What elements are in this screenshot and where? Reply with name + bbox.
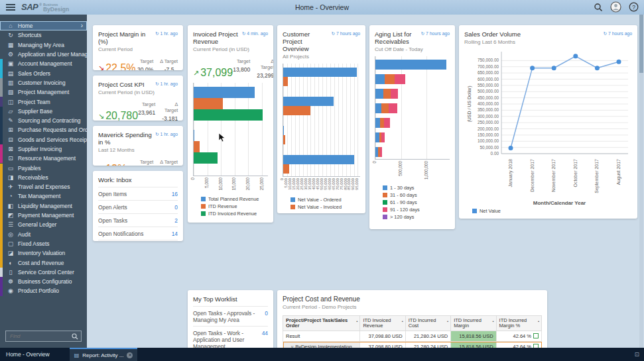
refresh-indicator[interactable]: ↻ 7 hours ago	[332, 31, 361, 36]
help-icon[interactable]: ?	[629, 2, 639, 12]
scrollbar-thumb[interactable]	[639, 15, 643, 73]
sidebar-item-purchase-requests-and-orders[interactable]: ⊞Purchase Requests and Orders	[0, 125, 87, 134]
sidebar-item-liquidity-management[interactable]: ◧Liquidity Management	[0, 201, 87, 211]
bar-segment[interactable]	[389, 103, 398, 113]
inbox-row[interactable]: Open Notifications14	[98, 227, 178, 240]
column-menu-icon[interactable]: •	[538, 319, 539, 324]
search-icon[interactable]	[594, 3, 603, 12]
column-menu-icon[interactable]: •	[447, 319, 448, 324]
find-magnifier-icon[interactable]	[72, 333, 78, 340]
bar-segment[interactable]	[380, 147, 382, 157]
refresh-indicator[interactable]: ↻ 1 hr. ago	[155, 31, 178, 36]
refresh-indicator[interactable]: ↻ 4 min. ago	[242, 31, 268, 36]
table-row[interactable]: ∨ByDesign Implementation37,098.80 USD21,…	[283, 342, 542, 348]
bar-segment[interactable]	[395, 74, 405, 84]
kpi-tile-project-cost[interactable]: Project Cost KPI↻ 1 hr. agoCurrent Perio…	[93, 76, 183, 121]
bar-segment[interactable]	[384, 118, 391, 128]
refresh-indicator[interactable]: ↻ 7 hours ago	[604, 31, 633, 36]
bar[interactable]	[194, 152, 218, 164]
bar[interactable]	[194, 109, 263, 121]
refresh-indicator[interactable]: ↻ 1 hr. ago	[155, 81, 178, 87]
sidebar-item-fixed-assets[interactable]: ▢Fixed Assets	[0, 239, 87, 248]
bar[interactable]	[283, 135, 285, 144]
cell-project-name[interactable]: ∨ByDesign Implementation	[283, 342, 360, 348]
inbox-row[interactable]: Open Tasks2	[98, 213, 178, 227]
list-item-count[interactable]: 0	[265, 310, 268, 317]
bar-segment[interactable]	[385, 74, 395, 84]
bar-segment[interactable]	[375, 103, 381, 113]
column-header-itd-invoiced-revenue[interactable]: ITD Invoiced Revenue•	[360, 316, 405, 331]
sidebar-item-receivables[interactable]: ◨Receivables	[0, 173, 87, 182]
inbox-row[interactable]: Open Alerts0	[98, 200, 178, 213]
sidebar-item-account-management[interactable]: ▣Account Management	[0, 59, 87, 68]
list-item-count[interactable]: 16	[172, 191, 178, 197]
bar[interactable]	[194, 141, 200, 152]
bar[interactable]	[283, 155, 354, 164]
sidebar-item-service-control-center[interactable]: ▯Service Control Center	[0, 268, 87, 277]
bar[interactable]	[283, 77, 288, 86]
list-item-count[interactable]: 0	[174, 204, 178, 211]
column-menu-icon[interactable]: •	[356, 319, 357, 324]
bar-segment[interactable]	[375, 89, 383, 99]
sidebar-item-audit[interactable]: ◎Audit	[0, 230, 87, 239]
worklist-row[interactable]: Open Tasks - Approvals - Managing My Are…	[193, 306, 268, 326]
data-point[interactable]	[552, 66, 556, 70]
sidebar-item-supplier-base[interactable]: ▱Supplier Base	[0, 107, 87, 116]
user-avatar[interactable]	[610, 1, 621, 13]
bar[interactable]	[283, 164, 289, 174]
refresh-indicator[interactable]: ↻ 7 hours ago	[421, 31, 450, 36]
sidebar-item-travel-and-expenses[interactable]: ✈Travel and Expenses	[0, 182, 87, 191]
worklist-row[interactable]: Open Tasks - Work - Application and User…	[193, 326, 268, 348]
sidebar-item-cost-and-revenue[interactable]: ◐Cost and Revenue	[0, 258, 87, 267]
bar-segment[interactable]	[381, 103, 388, 113]
sidebar-item-home[interactable]: ⌂Home›	[0, 21, 87, 30]
column-header-project-project-task-sales-order[interactable]: Project/Project Task/Sales Order•	[283, 316, 360, 331]
vertical-scrollbar[interactable]	[639, 15, 643, 348]
sidebar-item-sales-orders[interactable]: ▤Sales Orders	[0, 68, 87, 77]
sidebar-item-payment-management[interactable]: ◩Payment Management	[0, 211, 87, 220]
taskbar-tab-report[interactable]: ▤ Report: Activity ... ✕	[70, 348, 138, 361]
taskbar-window-icon[interactable]: ⊡	[634, 351, 639, 358]
column-header-itd-incurred-cost[interactable]: ITD Incurred Cost•	[405, 316, 450, 331]
data-point[interactable]	[573, 54, 578, 58]
sidebar-item-payables[interactable]: ▭Payables	[0, 163, 87, 172]
data-point[interactable]	[530, 66, 535, 70]
data-point[interactable]	[595, 66, 600, 70]
bar-segment[interactable]	[391, 89, 398, 99]
column-menu-icon[interactable]: •	[492, 319, 493, 324]
bar-segment[interactable]	[381, 132, 385, 142]
bar[interactable]	[283, 97, 334, 106]
close-tab-icon[interactable]: ✕	[127, 352, 133, 358]
bar-segment[interactable]	[375, 118, 380, 128]
hamburger-menu-icon[interactable]	[6, 4, 15, 11]
inbox-row[interactable]: Open Clarifications0	[98, 240, 178, 241]
data-point[interactable]	[509, 146, 513, 150]
sidebar-item-business-configuratio[interactable]: ☸Business Configuratio	[0, 277, 87, 286]
taskbar-tab-home[interactable]: Home - Overview	[0, 351, 70, 358]
refresh-indicator[interactable]: ↻ 1 hr. ago	[155, 132, 178, 137]
sidebar-item-goods-and-services-receipts[interactable]: ⊟Goods and Services Receipts	[0, 135, 87, 144]
bar-segment[interactable]	[383, 89, 391, 99]
kpi-tile-maverick-spending[interactable]: Maverick Spending in %↻ 1 hr. agoLast 12…	[93, 126, 183, 166]
cell-project-name[interactable]: Result	[283, 331, 360, 342]
sidebar-item-tax-management[interactable]: ◔Tax Management	[0, 191, 87, 201]
bar-segment[interactable]	[375, 60, 446, 70]
bar[interactable]	[194, 87, 255, 98]
sidebar-item-resource-management[interactable]: ⊡Resource Management	[0, 154, 87, 163]
table-row[interactable]: Result37,098.80 USD21,280.24 USD15,818.5…	[283, 331, 542, 342]
sidebar-item-inventory-valuation[interactable]: ◪Inventory Valuation	[0, 248, 87, 258]
column-menu-icon[interactable]: •	[402, 319, 403, 324]
data-point[interactable]	[617, 60, 621, 64]
find-input[interactable]	[9, 333, 72, 340]
kpi-tile-project-margin[interactable]: Project Margin in (%)↻ 1 hr. agoCurrent …	[93, 25, 183, 70]
bar[interactable]	[194, 98, 223, 109]
sidebar-item-managing-my-area[interactable]: ▦Managing My Area	[0, 40, 87, 50]
sidebar-item-general-ledger[interactable]: ☰General Ledger	[0, 220, 87, 229]
column-header-itd-incurred-margin[interactable]: ITD Incurred Margin %•	[496, 316, 541, 331]
bar[interactable]	[283, 68, 357, 77]
sidebar-item-shortcuts[interactable]: ↻Shortcuts	[0, 30, 87, 40]
bar-segment[interactable]	[375, 74, 385, 84]
bar[interactable]	[283, 126, 284, 135]
sidebar-item-supplier-invoicing[interactable]: ⊠Supplier Invoicing	[0, 144, 87, 154]
sidebar-item-sourcing-and-contracting[interactable]: ✎Sourcing and Contracting	[0, 116, 87, 125]
